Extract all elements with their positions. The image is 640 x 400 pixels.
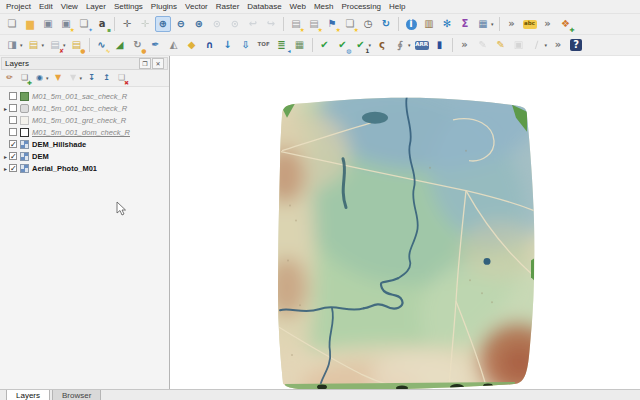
menu-plugins[interactable]: Plugins bbox=[147, 1, 181, 13]
model-designer-icon[interactable]: ✒ bbox=[148, 37, 164, 53]
new-layer-icon-dropdown[interactable]: ▾ bbox=[42, 42, 45, 48]
save-edits-icon[interactable]: ▣ bbox=[511, 37, 527, 53]
layer-visibility-checkbox[interactable] bbox=[9, 92, 17, 100]
menu-vector[interactable]: Vector bbox=[181, 1, 212, 13]
import-vector-icon[interactable]: ↓ bbox=[220, 37, 236, 53]
bookmark-manager-icon[interactable]: ❏★ bbox=[342, 16, 358, 32]
layer-row-aerial_photo_m01[interactable]: ▸✓Aerial_Photo_M01 bbox=[0, 162, 169, 174]
zoom-to-selection-icon[interactable]: ⊙ bbox=[209, 16, 225, 32]
attribute-table-icon[interactable]: ▦ bbox=[475, 16, 491, 32]
filter-legend-icon[interactable]: ▼ bbox=[52, 72, 65, 85]
layer-note-icon[interactable]: ▤● bbox=[69, 37, 85, 53]
layer-styling-icon[interactable]: ✏ bbox=[3, 72, 16, 85]
topology-checker-icon[interactable]: ◭ bbox=[166, 37, 182, 53]
refresh-map-icon[interactable]: ↻ bbox=[378, 16, 394, 32]
map-canvas[interactable] bbox=[170, 56, 640, 389]
remove-layer-group-icon[interactable]: ❏✖ bbox=[115, 72, 128, 85]
layer-row-dem_hillshade[interactable]: ✓DEM_Hillshade bbox=[0, 138, 169, 150]
project-properties-icon[interactable]: ❏✦ bbox=[76, 16, 92, 32]
zoom-next-icon[interactable]: ↪ bbox=[263, 16, 279, 32]
export-vector-icon[interactable]: ⇩ bbox=[238, 37, 254, 53]
zoom-full-extent-icon[interactable]: ⊛ bbox=[191, 16, 207, 32]
layer-visibility-checkbox[interactable]: ✓ bbox=[9, 152, 17, 160]
layer-visibility-checkbox[interactable] bbox=[9, 128, 17, 136]
paperclip-attach-icon-dropdown[interactable]: ▾ bbox=[408, 42, 411, 48]
identify-features-icon[interactable]: i bbox=[403, 16, 419, 32]
menu-view[interactable]: View bbox=[57, 1, 82, 13]
save-project-as-icon[interactable]: ▣★ bbox=[58, 16, 74, 32]
digitize-line-icon[interactable]: ∕ bbox=[529, 37, 545, 53]
save-project-icon[interactable]: ▣ bbox=[40, 16, 56, 32]
processing-history-icon[interactable]: ↻● bbox=[130, 37, 146, 53]
toolbar-overflow-icon[interactable]: » bbox=[504, 16, 520, 32]
raster-image-tool-icon[interactable]: ▦ bbox=[292, 37, 308, 53]
layer-order-icon[interactable]: ≣◂ bbox=[274, 37, 290, 53]
filter-expression-icon[interactable]: ▼ bbox=[67, 72, 80, 85]
python-console-icon[interactable]: ∿∿ bbox=[94, 37, 110, 53]
pan-map-icon[interactable]: ✛ bbox=[119, 16, 135, 32]
close-panel-icon[interactable]: ✕ bbox=[152, 58, 164, 69]
check-validity-icon[interactable]: ✔◍ bbox=[335, 37, 351, 53]
layer-row-m01_5m_001_dom_check_r[interactable]: M01_5m_001_dom_check_R bbox=[0, 126, 169, 138]
toolbar-overflow-icon-2[interactable]: » bbox=[540, 16, 556, 32]
manage-map-themes-icon-dropdown[interactable]: ▾ bbox=[46, 75, 49, 81]
menu-database[interactable]: Database bbox=[243, 1, 285, 13]
grass-tools-icon[interactable]: ◢ bbox=[112, 37, 128, 53]
label-toolbar-abc-icon[interactable]: abc bbox=[522, 16, 538, 32]
add-layer-group-icon[interactable]: ❖✚ bbox=[558, 16, 574, 32]
toolbar-overflow-icon-4[interactable]: » bbox=[550, 37, 566, 53]
new-layer-icon[interactable]: ▤ bbox=[26, 37, 42, 53]
squirrel-plugin-icon[interactable]: ς bbox=[374, 37, 390, 53]
show-bookmarks-icon[interactable]: ⚑★ bbox=[324, 16, 340, 32]
menu-mesh[interactable]: Mesh bbox=[310, 1, 338, 13]
dock-tab-layers[interactable]: Layers bbox=[6, 390, 50, 400]
current-edits-icon[interactable]: ✎ bbox=[475, 37, 491, 53]
layer-visibility-checkbox[interactable]: ✓ bbox=[9, 140, 17, 148]
add-group-icon[interactable]: ❏✚ bbox=[18, 72, 31, 85]
expand-arrow-icon[interactable]: ▸ bbox=[2, 153, 9, 160]
pan-to-selection-icon[interactable]: ✛ bbox=[137, 16, 153, 32]
zoom-to-layer-icon[interactable]: ⊙ bbox=[227, 16, 243, 32]
remove-layer-icon[interactable]: ▤✘ bbox=[47, 37, 63, 53]
style-manager-icon[interactable]: a▪ bbox=[94, 16, 110, 32]
layer-visibility-checkbox[interactable]: ✓ bbox=[9, 164, 17, 172]
zoom-out-icon[interactable]: ⊖ bbox=[173, 16, 189, 32]
expand-arrow-icon[interactable]: ▸ bbox=[2, 165, 9, 172]
layer-visibility-checkbox[interactable] bbox=[9, 116, 17, 124]
check-single-icon[interactable]: ✔1 bbox=[353, 37, 369, 53]
layer-visibility-checkbox[interactable] bbox=[9, 104, 17, 112]
expand-all-icon[interactable]: ↧ bbox=[85, 72, 98, 85]
layer-row-dem[interactable]: ▸✓DEM bbox=[0, 150, 169, 162]
attribute-table-icon-dropdown[interactable]: ▾ bbox=[491, 21, 494, 27]
layer-row-m01_5m_001_grd_check_r[interactable]: M01_5m_001_grd_check_R bbox=[0, 114, 169, 126]
dock-tab-browser[interactable]: Browser bbox=[52, 390, 101, 400]
georeferencer-icon[interactable]: ∩ bbox=[202, 37, 218, 53]
arr-label-icon[interactable]: ARR bbox=[414, 37, 430, 53]
new-bookmark-icon[interactable]: ▤★ bbox=[288, 16, 304, 32]
open-project-icon[interactable]: ▆ bbox=[22, 16, 38, 32]
new-project-icon[interactable]: ❏ bbox=[4, 16, 20, 32]
data-source-manager-icon[interactable]: ◨ bbox=[4, 37, 20, 53]
layer-row-m01_5m_001_bcc_check_r[interactable]: ▸M01_5m_001_bcc_check_R bbox=[0, 102, 169, 114]
digitize-line-icon-dropdown[interactable]: ▾ bbox=[545, 42, 548, 48]
data-source-manager-icon-dropdown[interactable]: ▾ bbox=[20, 42, 23, 48]
filter-expression-icon-dropdown[interactable]: ▾ bbox=[80, 75, 83, 81]
paperclip-attach-icon[interactable]: ∮ bbox=[392, 37, 408, 53]
menu-edit[interactable]: Edit bbox=[35, 1, 57, 13]
menu-raster[interactable]: Raster bbox=[212, 1, 244, 13]
temporal-controller-icon[interactable]: ◷ bbox=[360, 16, 376, 32]
zoom-in-icon[interactable]: ⊕ bbox=[155, 16, 171, 32]
menu-help[interactable]: Help bbox=[385, 1, 409, 13]
menu-layer[interactable]: Layer bbox=[82, 1, 110, 13]
zoom-last-icon[interactable]: ↩ bbox=[245, 16, 261, 32]
statistical-summary-icon[interactable]: ▥ bbox=[421, 16, 437, 32]
layer-row-m01_5m_001_sac_check_r[interactable]: M01_5m_001_sac_check_R bbox=[0, 90, 169, 102]
collapse-all-icon[interactable]: ↥ bbox=[100, 72, 113, 85]
notebook-icon[interactable]: ▮ bbox=[432, 37, 448, 53]
menu-project[interactable]: Project bbox=[2, 1, 35, 13]
processing-toolbox-icon[interactable]: ✻ bbox=[439, 16, 455, 32]
tof-tool-icon[interactable]: TOF bbox=[256, 37, 272, 53]
toggle-editing-icon[interactable]: ✎ bbox=[493, 37, 509, 53]
float-panel-icon[interactable]: ❐ bbox=[139, 58, 151, 69]
show-statistics-icon[interactable]: Σ bbox=[457, 16, 473, 32]
